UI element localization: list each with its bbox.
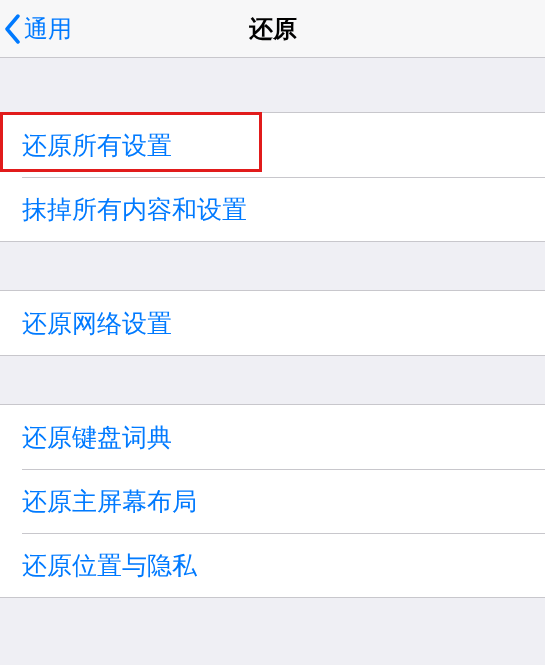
row-label: 还原键盘词典 [22,421,172,454]
chevron-left-icon [4,14,22,44]
row-label: 抹掉所有内容和设置 [22,193,247,226]
page-title: 还原 [0,13,545,45]
back-button[interactable]: 通用 [4,0,72,57]
row-label: 还原位置与隐私 [22,549,197,582]
group-2: 还原网络设置 [0,290,545,356]
reset-keyboard-dictionary[interactable]: 还原键盘词典 [0,405,545,469]
group-3: 还原键盘词典 还原主屏幕布局 还原位置与隐私 [0,404,545,598]
row-label: 还原网络设置 [22,307,172,340]
section-spacer [0,58,545,112]
row-label: 还原所有设置 [22,129,172,162]
reset-home-screen-layout[interactable]: 还原主屏幕布局 [0,469,545,533]
reset-network-settings[interactable]: 还原网络设置 [0,291,545,355]
row-label: 还原主屏幕布局 [22,485,197,518]
section-spacer [0,356,545,404]
section-spacer [0,242,545,290]
back-label: 通用 [24,13,72,45]
erase-all-content-settings[interactable]: 抹掉所有内容和设置 [0,177,545,241]
reset-location-privacy[interactable]: 还原位置与隐私 [0,533,545,597]
group-1: 还原所有设置 抹掉所有内容和设置 [0,112,545,242]
reset-all-settings[interactable]: 还原所有设置 [0,113,545,177]
navbar: 通用 还原 [0,0,545,58]
